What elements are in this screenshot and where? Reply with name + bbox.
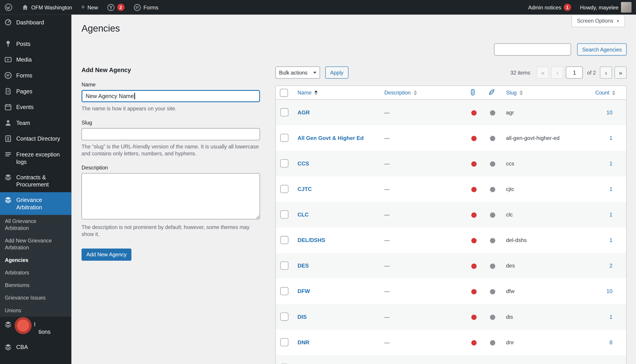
row-name-link[interactable]: All Gen Govt & Higher Ed	[298, 135, 364, 141]
my-account-link[interactable]: Howdy, mayelee	[575, 0, 636, 14]
submenu-link[interactable]: All Grievance Arbitration	[0, 215, 65, 234]
sidebar-link-team[interactable]: Team	[0, 115, 72, 131]
row-name-link[interactable]: CCS	[298, 160, 309, 166]
row-count-link[interactable]: 10	[606, 110, 612, 116]
row-checkbox[interactable]	[280, 134, 288, 142]
search-box: Search Agencies	[494, 44, 626, 56]
row-checkbox[interactable]	[280, 312, 288, 320]
screen-options-label: Screen Options	[577, 18, 613, 24]
new-content-link[interactable]: + New	[77, 0, 103, 14]
row-name-link[interactable]: DIS	[298, 314, 307, 320]
wordpress-logo-menu[interactable]	[0, 0, 17, 14]
description-label: Description	[82, 164, 260, 170]
site-name-link[interactable]: OFM Washington	[17, 0, 77, 14]
row-checkbox[interactable]	[280, 236, 288, 244]
sidebar-link-cba[interactable]: CBA	[0, 340, 72, 355]
bulk-actions-select[interactable]: Bulk actions	[275, 66, 320, 78]
submenu-link[interactable]: Arbitrators	[0, 266, 65, 279]
sidebar-link-freeze-exception-logs[interactable]: Freeze exception logs	[0, 147, 72, 170]
sidebar-link-contracts-procurement[interactable]: Contracts & Procurement	[0, 170, 72, 192]
row-count-link[interactable]: 2	[609, 262, 612, 269]
admin-notices-link[interactable]: Admin notices 1	[524, 0, 575, 14]
last-page-button[interactable]: »	[614, 66, 626, 78]
sidebar-link-events[interactable]: Events	[0, 100, 72, 115]
row-name-link[interactable]: DEL/DSHS	[298, 237, 325, 243]
sort-by-slug[interactable]: Slug	[506, 90, 522, 96]
sidebar-link-media[interactable]: Media	[0, 52, 72, 68]
select-all-checkbox[interactable]	[280, 89, 288, 97]
total-pages-label: of 2	[585, 70, 597, 76]
row-name-link[interactable]: CJTC	[298, 186, 312, 192]
slug-input[interactable]	[82, 128, 260, 140]
search-input[interactable]	[494, 44, 571, 56]
submenu-link[interactable]: Unions	[0, 304, 65, 316]
feather-icon	[487, 91, 495, 97]
row-name-link[interactable]: DES	[298, 262, 309, 269]
row-count-link[interactable]: 1	[609, 314, 612, 320]
layers-icon	[4, 320, 12, 328]
row-count-link[interactable]: 1	[609, 160, 612, 166]
chevron-down-icon: ▼	[616, 19, 620, 23]
submenu-item: Add New Grievance Arbitration	[0, 234, 72, 254]
screen-options-tab[interactable]: Screen Options ▼	[572, 16, 625, 27]
submenu-link[interactable]: Add New Grievance Arbitration	[0, 234, 65, 254]
gray-status-column-header[interactable]	[483, 86, 502, 100]
row-checkbox[interactable]	[280, 338, 288, 346]
row-count-link[interactable]: 1	[609, 237, 612, 243]
row-count-link[interactable]: 1	[609, 135, 612, 141]
current-page-input[interactable]	[566, 66, 583, 78]
sidebar-link-pages[interactable]: Pages	[0, 84, 72, 100]
sidebar-link-dashboard[interactable]: Dashboard	[0, 14, 72, 30]
row-name-link[interactable]: CLC	[298, 212, 309, 218]
row-count-link[interactable]: 1	[609, 186, 612, 192]
row-description: —	[384, 288, 390, 294]
name-input[interactable]: New Agency Name	[82, 90, 260, 102]
row-name-link[interactable]: DFW	[298, 288, 310, 294]
row-count-link[interactable]: 8	[609, 339, 612, 345]
sidebar-link-partial[interactable]: l tions	[0, 317, 72, 340]
sort-by-count[interactable]: Count	[595, 90, 615, 96]
table-row: CLC — clc 1	[276, 202, 626, 227]
row-count-link[interactable]: 10	[606, 288, 612, 294]
submenu-link[interactable]: Grievance Issues	[0, 292, 65, 304]
sidebar-link-contact-directory[interactable]: Contact Directory	[0, 131, 72, 147]
sort-arrows-icon	[519, 90, 522, 95]
row-description: —	[384, 186, 390, 192]
pagination: 32 items « ‹ of 2 › »	[510, 66, 627, 78]
yoast-seo-link[interactable]: 2	[103, 0, 129, 14]
sidebar-link-grievance-arbitration[interactable]: Grievance Arbitration	[0, 192, 72, 215]
forms-admin-bar-link[interactable]: Forms	[129, 0, 163, 14]
row-checkbox[interactable]	[280, 160, 288, 168]
row-checkbox[interactable]	[280, 262, 288, 270]
row-checkbox[interactable]	[280, 287, 288, 295]
row-name-link[interactable]: AGR	[298, 110, 310, 116]
row-slug: des	[506, 262, 515, 269]
row-name-link[interactable]: DNR	[298, 339, 309, 345]
row-checkbox[interactable]	[280, 210, 288, 218]
row-checkbox[interactable]	[280, 185, 288, 193]
submenu-link[interactable]: Bienniums	[0, 279, 65, 292]
sort-by-name[interactable]: Name	[298, 90, 318, 96]
row-count-link[interactable]: 1	[609, 212, 612, 218]
row-slug: dis	[506, 314, 513, 320]
sidebar-link-posts[interactable]: Posts	[0, 36, 72, 52]
apply-button[interactable]: Apply	[325, 66, 348, 78]
table-header: Name Description	[276, 86, 626, 100]
search-agencies-button[interactable]: Search Agencies	[577, 44, 626, 56]
wordpress-admin-screen: OFM Washington + New 2 Forms Admin n	[0, 0, 636, 364]
sidebar-item-pages: Pages	[0, 84, 72, 100]
grievance-arbitration-submenu: All Grievance Arbitration Add New Grieva…	[0, 215, 72, 317]
red-status-column-header[interactable]	[465, 86, 483, 100]
sort-by-description[interactable]: Description	[384, 90, 417, 96]
submenu-item: Grievance Issues	[0, 292, 72, 304]
sort-arrows-icon	[414, 90, 417, 95]
admin-notices-label: Admin notices	[528, 4, 561, 10]
submenu-link[interactable]: Agencies	[0, 254, 65, 266]
description-textarea[interactable]	[82, 173, 260, 219]
row-description: —	[384, 110, 390, 116]
row-checkbox[interactable]	[280, 108, 288, 116]
submenu-item: Bienniums	[0, 279, 72, 292]
sidebar-link-forms[interactable]: Forms	[0, 68, 72, 84]
add-new-agency-button[interactable]: Add New Agency	[82, 248, 132, 260]
next-page-button[interactable]: ›	[600, 66, 612, 78]
